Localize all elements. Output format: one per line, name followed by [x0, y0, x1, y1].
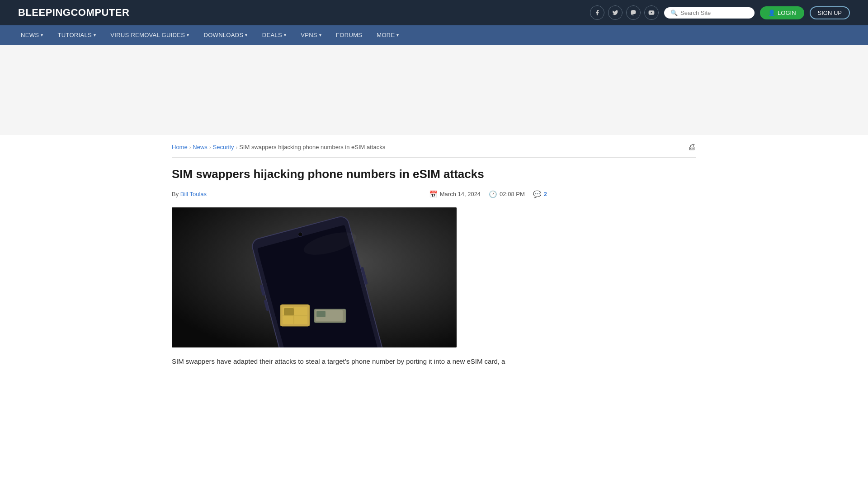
main-content: SIM swappers hijacking phone numbers in …	[172, 158, 547, 376]
breadcrumb-sep-2: ›	[209, 145, 211, 150]
nav-forums-label: FORUMS	[336, 32, 362, 38]
calendar-icon: 📅	[429, 190, 438, 198]
youtube-icon[interactable]	[644, 5, 659, 20]
login-label: LOGIN	[778, 9, 796, 16]
nav-news[interactable]: NEWS ▾	[14, 25, 51, 45]
nav-downloads-label: DOWNLOADS	[203, 32, 243, 38]
article: SIM swappers hijacking phone numbers in …	[172, 158, 547, 376]
nav-virus-arrow: ▾	[187, 33, 189, 38]
nav-downloads[interactable]: DOWNLOADS ▾	[196, 25, 255, 45]
signup-button[interactable]: SIGN UP	[810, 6, 850, 19]
article-date: March 14, 2024	[440, 191, 481, 197]
breadcrumb-sep-3: ›	[236, 145, 238, 150]
social-icons	[590, 5, 659, 20]
author-link[interactable]: Bill Toulas	[180, 191, 207, 197]
content-wrapper: Home › News › Security › SIM swappers hi…	[163, 135, 705, 389]
svg-rect-10	[284, 308, 294, 315]
nav-tutorials-arrow: ▾	[94, 33, 96, 38]
breadcrumb-sep-1: ›	[189, 145, 191, 150]
date-meta: 📅 March 14, 2024	[429, 190, 481, 198]
nav-tutorials-label: TUTORIALS	[58, 32, 92, 38]
article-author: By Bill Toulas	[172, 191, 207, 197]
logo-bold: COMPUTER	[71, 7, 129, 18]
article-time: 02:08 PM	[500, 191, 525, 197]
nav-virus-removal[interactable]: VIRUS REMOVAL GUIDES ▾	[103, 25, 196, 45]
sidebar	[561, 158, 696, 376]
nav-more-label: MORE	[377, 32, 395, 38]
breadcrumb-home[interactable]: Home	[172, 144, 188, 150]
twitter-icon[interactable]	[608, 5, 623, 20]
nav-forums[interactable]: FORUMS	[329, 25, 369, 45]
breadcrumb-left: Home › News › Security › SIM swappers hi…	[172, 144, 385, 150]
article-meta: By Bill Toulas 📅 March 14, 2024 🕐 02:08 …	[172, 190, 547, 198]
print-icon: 🖨	[688, 142, 696, 151]
main-nav: NEWS ▾ TUTORIALS ▾ VIRUS REMOVAL GUIDES …	[0, 25, 868, 45]
nav-vpns[interactable]: VPNS ▾	[293, 25, 329, 45]
article-title: SIM swappers hijacking phone numbers in …	[172, 167, 547, 182]
nav-news-label: NEWS	[21, 32, 39, 38]
nav-vpns-arrow: ▾	[319, 33, 321, 38]
nav-downloads-arrow: ▾	[245, 33, 247, 38]
nav-deals-arrow: ▾	[284, 33, 286, 38]
site-header: BLEEPINGCOMPUTER 🔍 👤 LOGIN SIGN UP	[0, 0, 868, 25]
print-button[interactable]: 🖨	[688, 142, 696, 152]
main-layout: SIM swappers hijacking phone numbers in …	[172, 158, 696, 389]
nav-more[interactable]: MORE ▾	[369, 25, 406, 45]
nav-vpns-label: VPNS	[301, 32, 317, 38]
svg-rect-15	[316, 311, 326, 317]
comment-count[interactable]: 2	[544, 191, 547, 197]
breadcrumb-security[interactable]: Security	[213, 144, 234, 150]
search-input[interactable]	[680, 9, 748, 16]
comments-meta: 💬 2	[533, 190, 547, 198]
author-prefix: By	[172, 191, 179, 197]
nav-virus-label: VIRUS REMOVAL GUIDES	[110, 32, 185, 38]
site-logo[interactable]: BLEEPINGCOMPUTER	[18, 7, 129, 19]
clock-icon: 🕐	[489, 190, 497, 198]
breadcrumb-news[interactable]: News	[193, 144, 208, 150]
nav-deals-label: DEALS	[262, 32, 282, 38]
search-icon: 🔍	[670, 9, 678, 16]
signup-label: SIGN UP	[818, 9, 842, 16]
nav-more-arrow: ▾	[396, 33, 399, 38]
nav-tutorials[interactable]: TUTORIALS ▾	[51, 25, 104, 45]
login-button[interactable]: 👤 LOGIN	[760, 6, 804, 19]
article-body: SIM swappers have adapted their attacks …	[172, 356, 547, 367]
comment-icon: 💬	[533, 190, 542, 198]
search-bar[interactable]: 🔍	[664, 7, 755, 19]
article-image	[172, 207, 457, 347]
nav-deals[interactable]: DEALS ▾	[255, 25, 293, 45]
nav-news-arrow: ▾	[41, 33, 43, 38]
article-body-text: SIM swappers have adapted their attacks …	[172, 356, 547, 367]
article-image-svg	[172, 207, 457, 347]
facebook-icon[interactable]	[590, 5, 604, 20]
breadcrumb-current: SIM swappers hijacking phone numbers in …	[239, 144, 385, 150]
header-right: 🔍 👤 LOGIN SIGN UP	[590, 5, 850, 20]
ad-banner	[0, 45, 868, 135]
user-icon: 👤	[768, 9, 775, 16]
logo-plain: BLEEPING	[18, 7, 71, 18]
article-meta-right: 📅 March 14, 2024 🕐 02:08 PM 💬 2	[429, 190, 547, 198]
breadcrumb: Home › News › Security › SIM swappers hi…	[172, 135, 696, 158]
mastodon-icon[interactable]	[626, 5, 641, 20]
time-meta: 🕐 02:08 PM	[489, 190, 525, 198]
